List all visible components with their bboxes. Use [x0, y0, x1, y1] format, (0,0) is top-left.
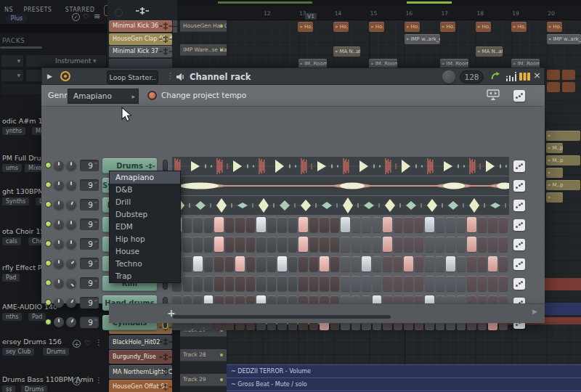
close-icon[interactable]: × — [533, 70, 541, 81]
step-cell[interactable] — [467, 237, 476, 252]
step-cell[interactable] — [330, 237, 340, 252]
step-cell[interactable] — [415, 276, 424, 291]
step-cell[interactable] — [193, 217, 203, 232]
loop-starter-button[interactable]: Loop Starter.. — [107, 70, 158, 84]
sample-row[interactable]: BlackHole_Hit02 — [109, 335, 172, 349]
step-cell[interactable] — [499, 276, 508, 291]
step-cell[interactable] — [446, 256, 455, 271]
sample-row-partial[interactable] — [109, 59, 172, 68]
list-item[interactable]: ersey Drums 156sey ClubDrums+♡⋮ — [0, 336, 107, 367]
pan-knob[interactable] — [54, 200, 64, 210]
step-cell[interactable] — [436, 256, 445, 271]
step-cell[interactable] — [235, 256, 245, 271]
dice-randomize-icon[interactable] — [513, 180, 525, 192]
step-cell[interactable] — [457, 237, 466, 252]
step-cell[interactable] — [362, 256, 371, 271]
playlist-clip[interactable]: » M..p — [546, 180, 580, 190]
step-cell[interactable] — [352, 256, 361, 271]
step-cell[interactable] — [373, 217, 382, 232]
step-cell[interactable] — [352, 237, 361, 252]
step-cell[interactable] — [256, 256, 266, 271]
variation-value-box[interactable]: 9▴▾ — [80, 219, 99, 230]
genre-option-techno[interactable]: Techno — [110, 258, 180, 270]
track-led[interactable] — [220, 378, 223, 381]
variation-value-box[interactable]: 9▴▾ — [80, 160, 99, 171]
playlist-clip[interactable]: » IMP w..ark_e — [547, 34, 581, 44]
clip-fragment-red[interactable] — [545, 278, 581, 290]
step-cell[interactable] — [488, 237, 497, 252]
step-cell[interactable] — [425, 276, 434, 291]
step-cell[interactable] — [288, 217, 298, 232]
volume-knob[interactable] — [66, 278, 76, 288]
step-cell[interactable] — [235, 217, 245, 232]
value-spinner[interactable]: ▴▾ — [94, 200, 97, 204]
playlist-clip[interactable]: » Ho.. — [369, 22, 384, 32]
playlist-marker[interactable]: V1 — [305, 13, 317, 20]
step-cell[interactable] — [225, 256, 235, 271]
more-dots-icon[interactable]: ⋮ — [95, 338, 102, 346]
playlist-clip[interactable]: » Ho.. — [511, 22, 527, 32]
dice-randomize-icon[interactable] — [513, 219, 525, 231]
step-cell[interactable] — [352, 276, 361, 291]
step-cell[interactable] — [298, 217, 308, 232]
step-cell[interactable] — [320, 217, 329, 232]
volume-knob[interactable] — [66, 180, 76, 190]
step-cell[interactable] — [394, 237, 403, 252]
step-cell[interactable] — [457, 217, 466, 232]
step-cell[interactable] — [425, 217, 434, 232]
step-cell[interactable] — [341, 256, 350, 271]
channel-led[interactable] — [45, 299, 52, 306]
plus-filter-chip[interactable]: Plus — [6, 14, 28, 23]
step-cell[interactable] — [488, 256, 497, 271]
step-cell[interactable] — [383, 276, 392, 291]
step-cell[interactable] — [256, 237, 266, 252]
clip-fragment[interactable] — [562, 70, 575, 80]
menu-lines-icon[interactable]: ≡ — [94, 12, 100, 21]
add-circle-icon[interactable]: + — [73, 340, 81, 348]
step-cell[interactable] — [457, 256, 466, 271]
pan-knob[interactable] — [54, 278, 64, 288]
step-cell[interactable] — [383, 256, 392, 271]
step-cell[interactable] — [404, 276, 413, 291]
step-cell[interactable] — [394, 217, 403, 232]
step-cell[interactable] — [499, 256, 508, 271]
value-spinner[interactable]: ▴▾ — [94, 259, 97, 263]
step-cell[interactable] — [246, 237, 256, 252]
more-dots-icon[interactable]: ⋮ — [95, 376, 102, 384]
genre-option-hip-hop[interactable]: Hip hop — [110, 233, 180, 245]
playlist-clip[interactable]: » Ho.. — [333, 22, 349, 32]
play-icon[interactable]: ▶ — [47, 73, 52, 80]
step-cell[interactable] — [225, 217, 235, 232]
step-cell[interactable] — [214, 276, 224, 291]
volume-knob[interactable] — [66, 239, 76, 249]
step-cell[interactable] — [478, 217, 487, 232]
step-cell[interactable] — [404, 217, 413, 232]
step-cell[interactable] — [446, 276, 455, 291]
playlist-clip[interactable]: » Ho.. — [405, 22, 420, 32]
sample-row[interactable]: Burgundy_Rise — [109, 350, 172, 364]
step-cell[interactable] — [204, 237, 214, 252]
genre-dropdown[interactable]: Amapiano ▶ — [68, 89, 139, 104]
genre-option-dubstep[interactable]: Dubstep — [110, 208, 180, 221]
step-cell[interactable] — [341, 276, 350, 291]
step-cell[interactable] — [298, 237, 308, 252]
variation-value-box[interactable]: 9▴▾ — [80, 199, 99, 211]
variation-value-box[interactable]: 9▴▾ — [80, 179, 99, 191]
step-cell[interactable] — [394, 276, 403, 291]
playlist-grid-bottom[interactable]: ~ DEDZII TERROR - Volume~ Gross Beat - M… — [227, 324, 581, 392]
step-cell[interactable] — [193, 276, 203, 291]
scroll-right-arrow[interactable]: ▶ — [532, 308, 537, 315]
step-cell[interactable] — [288, 237, 298, 252]
genre-option-trap[interactable]: Trap — [110, 270, 180, 282]
step-cell[interactable] — [204, 276, 214, 291]
volume-knob[interactable] — [66, 258, 76, 269]
step-cell[interactable] — [499, 237, 508, 252]
step-cell[interactable] — [330, 256, 340, 271]
change-tempo-label[interactable]: Change project tempo — [161, 91, 246, 99]
step-cell[interactable] — [425, 256, 434, 271]
track-label[interactable]: Track 29 — [180, 374, 227, 386]
step-cell[interactable] — [373, 276, 382, 291]
pan-knob[interactable] — [54, 317, 64, 327]
options-dots-icon[interactable]: ⋮ — [166, 71, 174, 81]
step-cell[interactable] — [320, 237, 329, 252]
